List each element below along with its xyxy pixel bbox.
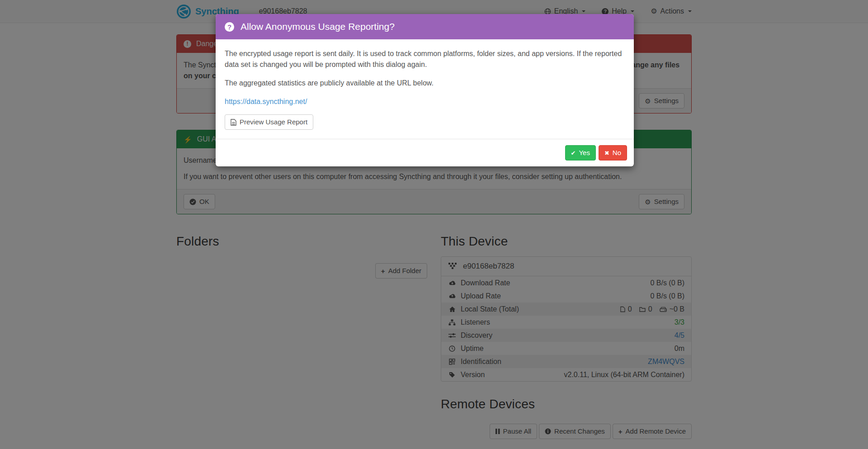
syncthing-app: Syncthing e90168eb7828 English bbox=[0, 0, 868, 449]
x-icon: ✖ bbox=[604, 150, 609, 156]
preview-usage-report-button[interactable]: Preview Usage Report bbox=[225, 114, 313, 130]
question-circle-icon: ? bbox=[225, 22, 234, 32]
no-button[interactable]: ✖ No bbox=[599, 145, 627, 161]
usage-reporting-modal-body: The encrypted usage report is sent daily… bbox=[216, 39, 634, 139]
usage-reporting-modal: ? Allow Anonymous Usage Reporting? The e… bbox=[216, 14, 634, 166]
stats-url-link[interactable]: https://data.syncthing.net/ bbox=[225, 96, 307, 107]
usage-reporting-modal-header: ? Allow Anonymous Usage Reporting? bbox=[216, 14, 634, 39]
modal-paragraph-2: The aggregated statistics are publicly a… bbox=[225, 78, 625, 89]
modal-title: Allow Anonymous Usage Reporting? bbox=[241, 21, 395, 32]
file-text-icon bbox=[231, 119, 236, 126]
yes-button[interactable]: ✔ Yes bbox=[565, 145, 596, 161]
usage-reporting-modal-footer: ✔ Yes ✖ No bbox=[216, 139, 634, 166]
modal-paragraph-1: The encrypted usage report is sent daily… bbox=[225, 48, 625, 70]
check-icon: ✔ bbox=[571, 150, 576, 156]
